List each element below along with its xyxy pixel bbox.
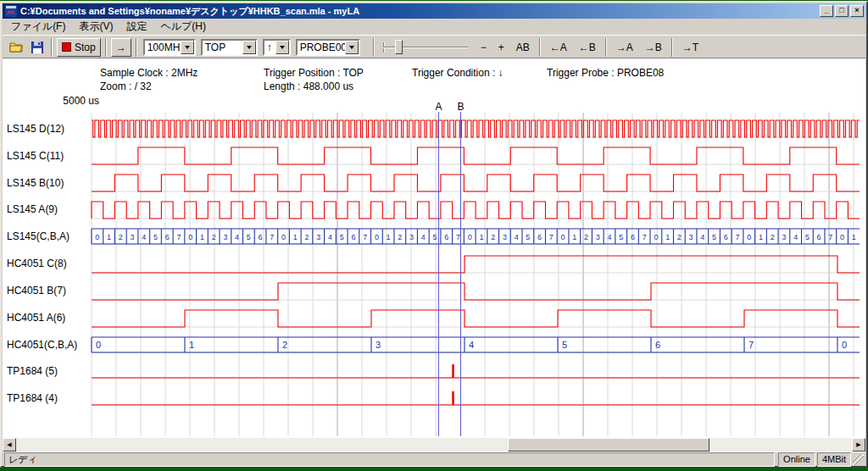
chevron-down-icon	[247, 46, 252, 52]
trigger-position-value: TOP	[203, 41, 242, 54]
waveform-client-area	[3, 58, 865, 438]
zoom-slider-handle[interactable]	[395, 40, 403, 54]
zoom-in-button[interactable]: +	[494, 37, 509, 58]
app-icon	[5, 5, 17, 17]
trigger-probe-value: PROBE00	[298, 41, 345, 54]
status-memory-badge: 4MBit	[817, 452, 851, 467]
window-title: C:¥Documents and Settings¥noname¥デスクトップ¥…	[20, 5, 818, 18]
ab-range-button[interactable]: AB	[512, 37, 534, 58]
trigger-edge-value: ↑	[264, 41, 275, 54]
menu-help[interactable]: ヘルプ(H)	[153, 19, 213, 36]
menu-view[interactable]: 表示(V)	[72, 19, 120, 36]
scrollbar-thumb[interactable]	[508, 438, 709, 452]
move-a-left-button[interactable]: ←A	[546, 37, 571, 58]
toolbar-separator	[373, 38, 375, 57]
save-icon	[31, 42, 43, 53]
save-file-button[interactable]	[27, 38, 47, 57]
minimize-button[interactable]: _	[820, 5, 833, 17]
toolbar-separator	[539, 38, 541, 57]
chevron-down-icon	[185, 46, 190, 52]
menu-file[interactable]: ファイル(F)	[4, 19, 72, 36]
menu-settings[interactable]: 設定	[120, 19, 153, 36]
stop-button[interactable]: Stop	[57, 38, 101, 57]
move-b-right-button[interactable]: →B	[641, 37, 666, 58]
run-button[interactable]: →	[111, 38, 131, 57]
chevron-down-icon	[349, 46, 354, 52]
zoom-slider[interactable]	[383, 38, 468, 57]
stop-icon	[62, 42, 71, 52]
sample-rate-combobox[interactable]: 100MHz	[143, 39, 196, 56]
zoom-out-button[interactable]: −	[476, 37, 491, 58]
move-a-right-button[interactable]: →A	[612, 37, 637, 58]
close-button[interactable]: ×	[850, 5, 864, 17]
stop-button-label: Stop	[75, 42, 96, 53]
status-ready-text: レディ	[4, 452, 775, 467]
toolbar-separator	[51, 38, 53, 57]
move-b-left-button[interactable]: ←B	[575, 37, 600, 58]
trigger-probe-dropdown-button[interactable]	[345, 41, 359, 54]
folder-open-icon	[9, 42, 23, 53]
trigger-edge-dropdown-button[interactable]	[275, 41, 289, 54]
scroll-left-button[interactable]: ◀	[3, 438, 16, 452]
app-window: C:¥Documents and Settings¥noname¥デスクトップ¥…	[0, 1, 868, 468]
titlebar: C:¥Documents and Settings¥noname¥デスクトップ¥…	[3, 3, 865, 19]
scroll-right-button[interactable]: ▶	[852, 438, 865, 452]
toolbar-separator	[605, 38, 607, 57]
jump-to-trigger-button[interactable]: →T	[678, 37, 703, 58]
open-file-button[interactable]	[6, 38, 25, 57]
sample-rate-value: 100MHz	[145, 41, 181, 54]
horizontal-scrollbar[interactable]: ◀ ▶	[3, 438, 865, 452]
statusbar: レディ Online 4MBit	[3, 452, 865, 466]
toolbar-separator	[671, 38, 673, 57]
sample-rate-dropdown-button[interactable]	[181, 41, 194, 54]
toolbar-separator	[105, 38, 107, 57]
trigger-probe-combobox[interactable]: PROBE00	[296, 39, 360, 56]
desktop: { "window": { "title": "C:¥Documents and…	[0, 0, 868, 471]
chevron-down-icon	[280, 46, 285, 52]
trigger-position-dropdown-button[interactable]	[242, 41, 256, 54]
maximize-button[interactable]: □	[835, 5, 849, 17]
menubar: ファイル(F) 表示(V) 設定 ヘルプ(H)	[3, 19, 865, 35]
status-online-badge: Online	[778, 452, 815, 467]
toolbar-separator	[136, 38, 137, 57]
trigger-position-combobox[interactable]: TOP	[201, 39, 258, 56]
trigger-edge-combobox[interactable]: ↑	[263, 39, 291, 56]
resize-grip[interactable]	[853, 454, 864, 465]
toolbar: Stop → 100MHz TOP ↑ PROBE00 − + AB	[3, 35, 865, 58]
